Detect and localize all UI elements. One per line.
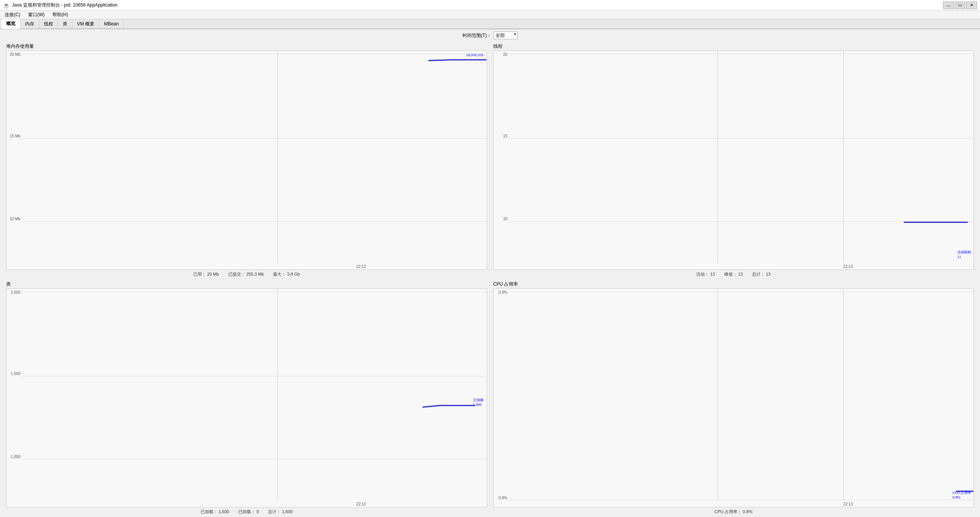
- heap-x-label: 22:13: [356, 264, 366, 269]
- classes-y-label-1500: 1,500: [7, 371, 20, 376]
- heap-chart-title: 堆内存使用量: [6, 43, 487, 50]
- classes-chart-svg: [21, 289, 487, 501]
- title-bar: ☕ Java 监视和管理控制台 - pid: 10656 AppApplicat…: [0, 0, 980, 11]
- menu-connect[interactable]: 连接(C): [2, 11, 23, 19]
- title-bar-left: ☕ Java 监视和管理控制台 - pid: 10656 AppApplicat…: [3, 2, 117, 8]
- classes-chart-title: 类: [6, 281, 487, 288]
- tabs-bar: 概览 内存 线程 类 VM 概要 MBean: [0, 19, 980, 29]
- classes-chart-area: 2,000 1,500 1,000 已加载 1,600 22:13: [6, 288, 487, 508]
- tab-overview[interactable]: 概览: [2, 19, 20, 29]
- classes-chart-stats: 已加载： 1,600 已卸载： 0 总计： 1,600: [6, 507, 487, 515]
- threads-y-label-15: 15: [494, 134, 508, 138]
- minimize-button[interactable]: —: [943, 2, 954, 9]
- heap-data-label: 19,976,376: [466, 53, 483, 57]
- charts-container: 堆内存使用量 20 Mb 15 Mb 10 Mb 19,976,376: [0, 42, 980, 517]
- threads-chart-title: 线程: [493, 43, 974, 50]
- close-button[interactable]: ✕: [966, 2, 977, 9]
- heap-chart-svg: [21, 51, 487, 263]
- heap-y-label-20: 20 Mb: [7, 52, 20, 57]
- threads-y-label-20: 20: [494, 52, 508, 57]
- threads-chart-inner: 20 15 10 活动线程 11 22:13: [494, 51, 974, 269]
- time-range-bar: 时间范围(T)： 全部 1分钟 5分钟 10分钟 30分钟 1小时: [0, 29, 980, 42]
- heap-chart-stats: 已用： 20 Mb 已提交： 255.3 Mb 最大： 3.8 Gb: [6, 270, 487, 278]
- cpu-x-label: 22:13: [843, 502, 853, 506]
- threads-x-label: 22:13: [843, 264, 853, 269]
- threads-stat-peak: 峰值： 13: [724, 271, 743, 277]
- heap-stat-max: 最大： 3.8 Gb: [273, 271, 300, 277]
- heap-chart-inner: 20 Mb 15 Mb 10 Mb 19,976,376 22:13: [7, 51, 487, 269]
- threads-y-label-10: 10: [494, 217, 508, 221]
- tab-threads[interactable]: 线程: [39, 20, 58, 28]
- threads-chart-area: 20 15 10 活动线程 11 22:13: [493, 50, 974, 270]
- tab-mbean[interactable]: MBean: [99, 20, 124, 28]
- classes-chart-section: 类 2,000 1,500 1,000 已加载 1,600 22:13: [3, 279, 490, 517]
- time-range-select-wrap[interactable]: 全部 1分钟 5分钟 10分钟 30分钟 1小时: [494, 32, 518, 39]
- cpu-y-label-09: 0.9%: [494, 290, 508, 294]
- cpu-stat-usage: CPU 占用率： 0.8%: [715, 509, 752, 515]
- menu-window[interactable]: 窗口(W): [25, 11, 48, 19]
- cpu-data-label: CPU 占用率 0.8%: [952, 490, 971, 499]
- menu-help[interactable]: 帮助(H): [49, 11, 71, 19]
- cpu-chart-stats: CPU 占用率： 0.8%: [493, 507, 974, 515]
- restore-button[interactable]: ▭: [955, 2, 965, 9]
- heap-chart-section: 堆内存使用量 20 Mb 15 Mb 10 Mb 19,976,376: [3, 42, 490, 279]
- menu-bar: 连接(C) 窗口(W) 帮助(H): [0, 11, 980, 19]
- tab-memory[interactable]: 内存: [20, 20, 39, 28]
- classes-data-label: 已加载 1,600: [473, 398, 484, 407]
- classes-chart-inner: 2,000 1,500 1,000 已加载 1,600 22:13: [7, 289, 487, 507]
- app-icon: ☕: [3, 2, 10, 8]
- cpu-chart-section: CPU 占用率 0.9% 0.8% CPU 占用率 0.8% 22:13: [490, 279, 977, 517]
- cpu-chart-svg: [508, 289, 974, 501]
- title-bar-controls: — ▭ ✕: [943, 2, 977, 9]
- heap-chart-area: 20 Mb 15 Mb 10 Mb 19,976,376 22:13: [6, 50, 487, 270]
- threads-stat-total: 总计： 13: [752, 271, 771, 277]
- classes-stat-loaded: 已加载： 1,600: [201, 509, 230, 515]
- cpu-chart-inner: 0.9% 0.8% CPU 占用率 0.8% 22:13: [494, 289, 974, 507]
- heap-y-label-15: 15 Mb: [7, 134, 20, 138]
- threads-data-label: 活动线程 11: [957, 250, 971, 259]
- window-title: Java 监视和管理控制台 - pid: 10656 AppApplicatio…: [12, 2, 117, 8]
- classes-stat-total: 总计： 1,600: [268, 509, 293, 515]
- threads-chart-stats: 活动： 13 峰值： 13 总计： 13: [493, 270, 974, 278]
- threads-chart-svg: [508, 51, 974, 263]
- tab-classes[interactable]: 类: [58, 20, 72, 28]
- classes-y-label-2000: 2,000: [7, 290, 20, 294]
- classes-stat-unloaded: 已卸载： 0: [238, 509, 259, 515]
- cpu-chart-title: CPU 占用率: [493, 281, 974, 288]
- heap-y-label-10: 10 Mb: [7, 217, 20, 221]
- heap-data-value: 19,976,376: [466, 53, 483, 57]
- heap-stat-used: 已用： 20 Mb: [193, 271, 219, 277]
- tab-vm[interactable]: VM 概要: [72, 20, 99, 28]
- cpu-y-label-08: 0.8%: [494, 496, 508, 500]
- time-range-select[interactable]: 全部 1分钟 5分钟 10分钟 30分钟 1小时: [494, 32, 518, 39]
- classes-x-label: 22:13: [356, 502, 366, 506]
- cpu-chart-area: 0.9% 0.8% CPU 占用率 0.8% 22:13: [493, 288, 974, 508]
- classes-y-label-1000: 1,000: [7, 455, 20, 459]
- heap-stat-committed: 已提交： 255.3 Mb: [228, 271, 264, 277]
- time-range-label: 时间范围(T)：: [462, 32, 491, 39]
- threads-stat-active: 活动： 13: [696, 271, 715, 277]
- threads-chart-section: 线程 20 15 10 活动线程 11 22:13: [490, 42, 977, 279]
